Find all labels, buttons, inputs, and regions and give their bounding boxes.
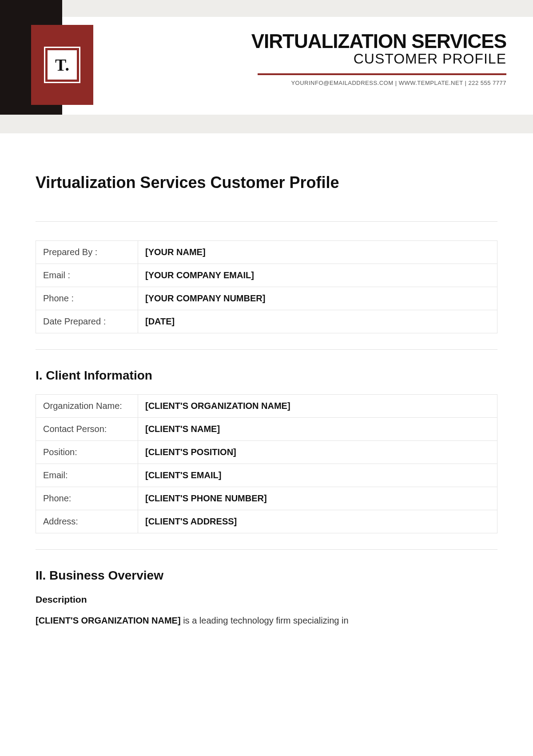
field-value: [YOUR COMPANY NUMBER] [138,287,497,310]
field-label: Position: [36,441,138,464]
header-title-line2: CUSTOMER PROFILE [251,51,506,67]
table-row: Contact Person: [CLIENT'S NAME] [36,418,497,441]
logo-mark: T. [48,50,77,80]
field-label: Email: [36,464,138,487]
field-value: [CLIENT'S NAME] [138,418,497,441]
field-value: [CLIENT'S POSITION] [138,441,497,464]
section-heading-business-overview: II. Business Overview [36,568,497,583]
header-red-rule [258,73,506,75]
logo-border: T. [44,47,80,83]
document-body: Virtualization Services Customer Profile… [0,133,533,646]
subheading-description: Description [36,594,497,605]
table-row: Phone: [CLIENT'S PHONE NUMBER] [36,487,497,510]
document-header: T. VIRTUALIZATION SERVICES CUSTOMER PROF… [0,17,533,115]
table-row: Organization Name: [CLIENT'S ORGANIZATIO… [36,395,497,418]
divider [36,349,497,350]
table-row: Address: [CLIENT'S ADDRESS] [36,510,497,533]
prepared-by-table: Prepared By : [YOUR NAME] Email : [YOUR … [36,240,497,333]
field-label: Email : [36,264,138,287]
field-label: Phone: [36,487,138,510]
header-title-line1: VIRTUALIZATION SERVICES [251,30,506,52]
field-value: [CLIENT'S PHONE NUMBER] [138,487,497,510]
field-value: [CLIENT'S EMAIL] [138,464,497,487]
description-paragraph: [CLIENT'S ORGANIZATION NAME] is a leadin… [36,613,497,628]
field-value: [CLIENT'S ADDRESS] [138,510,497,533]
field-label: Date Prepared : [36,310,138,333]
section-heading-client-info: I. Client Information [36,368,497,383]
paragraph-org-name: [CLIENT'S ORGANIZATION NAME] [36,616,181,625]
field-label: Contact Person: [36,418,138,441]
mid-band [0,115,533,133]
table-row: Email : [YOUR COMPANY EMAIL] [36,264,497,287]
table-row: Date Prepared : [DATE] [36,310,497,333]
header-contact-line: YOURINFO@EMAILADDRESS.COM | WWW.TEMPLATE… [251,80,506,86]
table-row: Phone : [YOUR COMPANY NUMBER] [36,287,497,310]
field-label: Phone : [36,287,138,310]
field-value: [YOUR COMPANY EMAIL] [138,264,497,287]
field-value: [DATE] [138,310,497,333]
header-text-block: VIRTUALIZATION SERVICES CUSTOMER PROFILE… [251,30,506,86]
field-label: Address: [36,510,138,533]
top-band [0,0,533,17]
field-value: [CLIENT'S ORGANIZATION NAME] [138,395,497,418]
field-label: Prepared By : [36,241,138,264]
divider [36,549,497,550]
client-info-table: Organization Name: [CLIENT'S ORGANIZATIO… [36,394,497,533]
field-value: [YOUR NAME] [138,241,497,264]
document-title: Virtualization Services Customer Profile [36,173,497,192]
divider [36,221,497,222]
table-row: Position: [CLIENT'S POSITION] [36,441,497,464]
field-label: Organization Name: [36,395,138,418]
logo-box: T. [31,25,93,105]
paragraph-text: is a leading technology firm specializin… [181,616,349,625]
table-row: Email: [CLIENT'S EMAIL] [36,464,497,487]
table-row: Prepared By : [YOUR NAME] [36,241,497,264]
